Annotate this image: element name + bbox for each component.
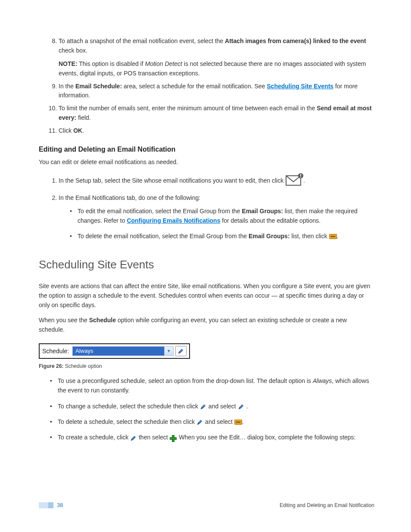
link-configuring-emails[interactable]: Configuring Emails Notifications bbox=[127, 217, 220, 224]
sched-bullet-4: To create a schedule, click then select … bbox=[58, 432, 374, 442]
text: check box. bbox=[59, 47, 87, 54]
text: area, select a schedule for the email no… bbox=[122, 83, 267, 90]
text: This option is disabled if bbox=[78, 60, 145, 67]
pencil-icon bbox=[238, 404, 245, 410]
edit-bullet-2: To delete the email notification, select… bbox=[78, 232, 374, 241]
text: In the Setup tab, select the Site whose … bbox=[59, 177, 285, 184]
text: . bbox=[303, 177, 305, 184]
text: In the bbox=[59, 83, 75, 90]
text: To use a preconfigured schedule, select … bbox=[58, 377, 313, 384]
edit-step-1: In the Setup tab, select the Site whose … bbox=[59, 173, 374, 189]
text: field. bbox=[76, 114, 90, 121]
bold-text: Email Schedule: bbox=[75, 83, 122, 90]
figure-text: Schedule option bbox=[63, 363, 102, 369]
schedule-edit-button[interactable] bbox=[175, 346, 187, 356]
page-decor-icon bbox=[39, 502, 53, 508]
pencil-icon bbox=[200, 404, 207, 410]
text: To limit the number of emails sent, ente… bbox=[59, 105, 317, 112]
sched-p1: Site events are actions that can affect … bbox=[39, 282, 374, 310]
text: and select bbox=[207, 403, 238, 410]
sched-bullet-2: To change a schedule, select the schedul… bbox=[58, 401, 374, 411]
pencil-icon bbox=[196, 419, 203, 425]
page-footer: 38 Editing and Deleting an Email Notific… bbox=[39, 502, 374, 508]
schedule-dropdown-value: Always bbox=[72, 346, 164, 356]
edit-step-2: In the Email Notifications tab, do one o… bbox=[59, 193, 374, 241]
svg-rect-2 bbox=[300, 174, 301, 176]
text: then select bbox=[137, 434, 170, 441]
text: . bbox=[242, 418, 244, 425]
step-10: To limit the number of emails sent, ente… bbox=[59, 104, 374, 122]
schedule-label: Schedule: bbox=[42, 348, 69, 355]
pencil-icon bbox=[130, 435, 137, 441]
pencil-icon bbox=[178, 348, 184, 354]
text: To create a schedule, click bbox=[58, 434, 130, 441]
sched-bullet-1: To use a preconfigured schedule, select … bbox=[58, 376, 374, 395]
figure-label: Figure 26: bbox=[39, 363, 63, 369]
text: . bbox=[337, 233, 339, 240]
delete-icon bbox=[234, 420, 242, 425]
schedule-dropdown[interactable]: Always ▾ bbox=[72, 346, 174, 356]
bold-text: Attach images from camera(s) linked to t… bbox=[225, 37, 366, 44]
footer-title: Editing and Deleting an Email Notificati… bbox=[280, 502, 374, 508]
bold-text: Email Groups: bbox=[249, 233, 290, 240]
delete-icon bbox=[329, 234, 337, 239]
note-label: NOTE: bbox=[59, 60, 78, 67]
text: for details about the editable options. bbox=[220, 217, 321, 224]
sched-bullet-3: To delete a schedule, select the schedul… bbox=[58, 417, 374, 426]
edit-bullet-1: To edit the email notification, select t… bbox=[78, 207, 374, 225]
text: To edit the email notification, select t… bbox=[78, 208, 242, 215]
step-8: To attach a snapshot of the email notifi… bbox=[59, 37, 374, 78]
bold-text: Schedule bbox=[89, 317, 116, 324]
text: list, then click bbox=[290, 233, 329, 240]
step-9: In the Email Schedule: area, select a sc… bbox=[59, 82, 374, 100]
figure-caption: Figure 26: Schedule option bbox=[39, 363, 374, 369]
bold-text: Email Groups: bbox=[242, 208, 283, 215]
heading-scheduling-site-events: Scheduling Site Events bbox=[39, 258, 374, 271]
text: . bbox=[82, 127, 84, 134]
italic-text: Always bbox=[313, 377, 332, 384]
text: In the Email Notifications tab, do one o… bbox=[59, 194, 200, 201]
text: To attach a snapshot of the email notifi… bbox=[59, 37, 225, 44]
text: and select bbox=[203, 418, 234, 425]
chevron-down-icon[interactable]: ▾ bbox=[164, 346, 174, 356]
svg-rect-3 bbox=[300, 177, 301, 177]
envelope-alert-icon bbox=[285, 173, 303, 189]
text: When you see the bbox=[39, 317, 89, 324]
add-icon bbox=[170, 435, 176, 441]
bold-text: OK bbox=[73, 127, 82, 134]
page-number: 38 bbox=[57, 502, 63, 508]
italic-text: Motion Detect bbox=[145, 60, 182, 67]
text: To delete the email notification, select… bbox=[78, 233, 249, 240]
schedule-figure: Schedule: Always ▾ bbox=[39, 343, 190, 359]
text: Click bbox=[59, 127, 73, 134]
text: To change a schedule, select the schedul… bbox=[58, 403, 200, 410]
step-11: Click OK. bbox=[59, 126, 374, 136]
sched-p2: When you see the Schedule option while c… bbox=[39, 316, 374, 334]
text: To delete a schedule, select the schedul… bbox=[58, 418, 196, 425]
intro-text: You can edit or delete email notificatio… bbox=[39, 158, 374, 167]
text: . bbox=[245, 403, 248, 410]
text: . When you see the Edit… dialog box, com… bbox=[176, 434, 356, 441]
heading-editing-deleting: Editing and Deleting an Email Notificati… bbox=[39, 146, 374, 153]
link-scheduling-site-events[interactable]: Scheduling Site Events bbox=[267, 83, 333, 90]
